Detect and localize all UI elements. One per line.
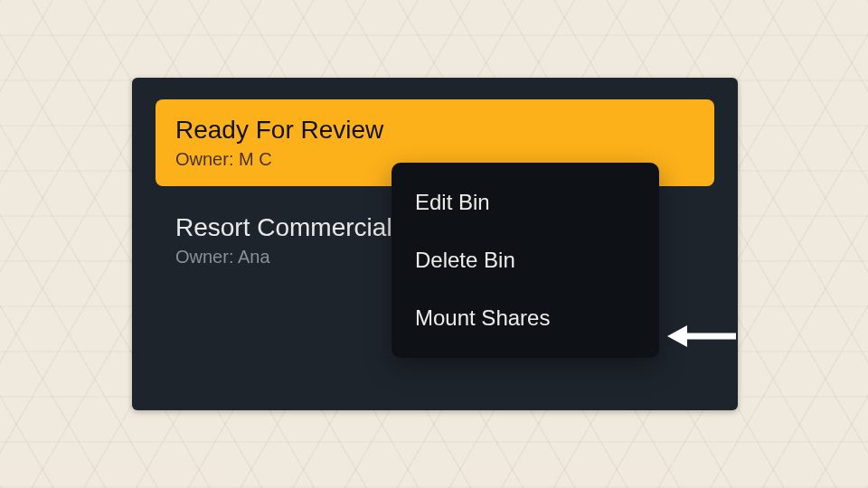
menu-item-delete-bin[interactable]: Delete Bin <box>392 231 659 289</box>
context-menu: Edit Bin Delete Bin Mount Shares <box>392 163 659 358</box>
menu-item-edit-bin[interactable]: Edit Bin <box>392 174 659 231</box>
bin-title: Ready For Review <box>175 114 694 145</box>
menu-item-mount-shares[interactable]: Mount Shares <box>392 289 659 347</box>
